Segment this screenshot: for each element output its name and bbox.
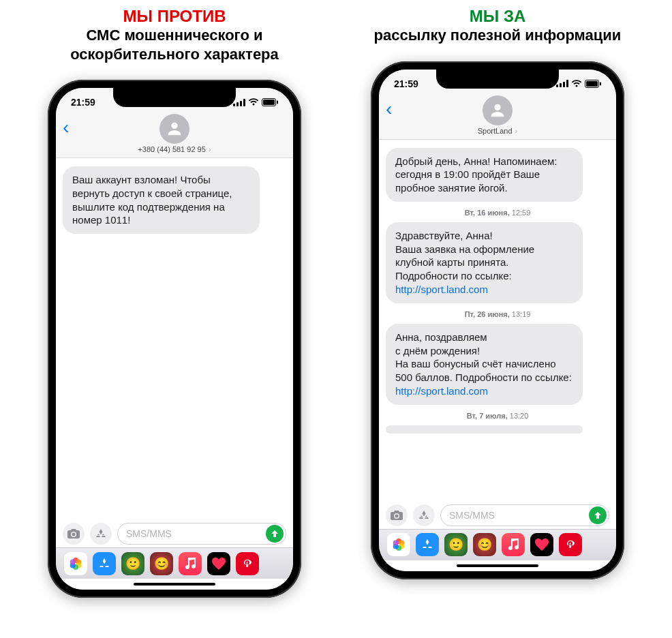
- dock: 🙂 😊: [56, 547, 293, 579]
- composer: SMS/MMS: [379, 500, 616, 529]
- app-pinterest-icon[interactable]: [236, 552, 259, 575]
- right-heading-rest: рассылку полезной информации: [374, 26, 622, 45]
- camera-button[interactable]: [386, 504, 408, 526]
- battery-icon: [585, 80, 601, 88]
- app-health-icon[interactable]: [530, 533, 553, 556]
- app-music-icon[interactable]: [179, 552, 202, 575]
- chevron-right-icon: ›: [207, 145, 211, 153]
- message-thread[interactable]: Ваш аккаунт взломан! Чтобы вернуть досту…: [56, 158, 293, 519]
- wifi-icon: [571, 80, 582, 88]
- camera-button[interactable]: [63, 523, 85, 545]
- status-time: 21:59: [394, 78, 418, 89]
- appstore-button[interactable]: [90, 523, 112, 545]
- svg-rect-12: [600, 82, 601, 85]
- contact-block[interactable]: SportLand ›: [478, 95, 518, 135]
- battery-icon: [262, 98, 278, 106]
- message-thread[interactable]: Добрый день, Анна! Напоминаем: сегодня в…: [379, 140, 616, 500]
- send-button[interactable]: [589, 506, 607, 524]
- sender-label: SportLand ›: [478, 127, 518, 135]
- right-heading-line1: МЫ ЗА: [374, 7, 622, 26]
- incoming-message[interactable]: Здравствуйте, Анна! Ваша заявка на оформ…: [386, 222, 583, 303]
- app-memoji2-icon[interactable]: 😊: [150, 552, 173, 575]
- phone-right: 21:59 ‹ Spo: [371, 61, 624, 579]
- sender-text: SportLand: [478, 127, 513, 135]
- app-store-icon[interactable]: [93, 552, 116, 575]
- svg-rect-1: [263, 100, 275, 105]
- status-right: [233, 98, 278, 106]
- home-indicator[interactable]: [56, 579, 293, 590]
- message-link[interactable]: http://sport.land.com: [395, 284, 488, 295]
- left-heading-line1: МЫ ПРОТИВ: [31, 7, 318, 26]
- messages-header: ‹ SportLand ›: [379, 94, 616, 140]
- app-music-icon[interactable]: [502, 533, 525, 556]
- svg-point-9: [241, 558, 254, 570]
- status-time: 21:59: [71, 97, 95, 108]
- contact-block[interactable]: +380 (44) 581 92 95 ›: [138, 114, 211, 153]
- app-memoji1-icon[interactable]: 🙂: [121, 552, 144, 575]
- timestamp-time: 13:19: [512, 310, 531, 318]
- timestamp-day: Пт, 26 июня,: [465, 310, 510, 318]
- app-memoji1-icon[interactable]: 🙂: [444, 533, 468, 556]
- left-heading-rest: СМС мошеннического и оскорбительного хар…: [31, 26, 318, 63]
- back-button[interactable]: ‹: [63, 118, 69, 137]
- right-heading: МЫ ЗА рассылку полезной информации: [374, 7, 622, 45]
- chevron-right-icon: ›: [513, 127, 518, 135]
- message-text: Анна, поздравляем с днём рождения! На ва…: [395, 331, 572, 383]
- message-text: Здравствуйте, Анна! Ваша заявка на оформ…: [395, 230, 534, 282]
- avatar-icon: [483, 95, 513, 125]
- signal-icon: [556, 80, 568, 87]
- svg-rect-2: [277, 101, 278, 104]
- send-button[interactable]: [266, 525, 284, 543]
- message-input[interactable]: SMS/MMS: [440, 504, 609, 526]
- signal-icon: [233, 99, 245, 106]
- wifi-icon: [248, 98, 259, 106]
- app-pinterest-icon[interactable]: [559, 533, 582, 556]
- notch: [436, 70, 559, 89]
- message-link[interactable]: http://sport.land.com: [395, 385, 488, 397]
- back-button[interactable]: ‹: [386, 100, 392, 119]
- status-right: [556, 80, 601, 88]
- messages-header: ‹ +380 (44) 581 92 95 ›: [56, 112, 293, 158]
- screen-left: 21:59 ‹ +38: [56, 88, 293, 590]
- incoming-message[interactable]: Ваш аккаунт взломан! Чтобы вернуть досту…: [63, 166, 260, 234]
- timestamp: Вт, 16 июня, 12:59: [386, 209, 609, 217]
- incoming-message[interactable]: Анна, поздравляем с днём рождения! На ва…: [386, 324, 583, 405]
- timestamp-day: Вт, 7 июля,: [467, 412, 508, 420]
- message-placeholder: SMS/MMS: [126, 528, 172, 539]
- incoming-message-peek[interactable]: [386, 425, 583, 434]
- sender-label: +380 (44) 581 92 95 ›: [138, 145, 211, 153]
- timestamp-day: Вт, 16 июня,: [465, 209, 510, 217]
- sender-text: +380 (44) 581 92 95: [138, 145, 205, 153]
- message-placeholder: SMS/MMS: [449, 510, 495, 521]
- app-store-icon[interactable]: [416, 533, 439, 556]
- app-memoji2-icon[interactable]: 😊: [473, 533, 496, 556]
- right-column: МЫ ЗА рассылку полезной информации 21:59: [354, 7, 641, 638]
- timestamp-time: 12:59: [512, 209, 531, 217]
- incoming-message[interactable]: Добрый день, Анна! Напоминаем: сегодня в…: [386, 148, 583, 202]
- app-photos-icon[interactable]: [64, 552, 87, 575]
- appstore-button[interactable]: [413, 504, 435, 526]
- timestamp-time: 13:20: [510, 412, 529, 420]
- screen-right: 21:59 ‹ Spo: [379, 70, 616, 571]
- composer: SMS/MMS: [56, 519, 293, 547]
- svg-rect-11: [586, 81, 598, 87]
- message-input[interactable]: SMS/MMS: [117, 523, 286, 545]
- notch: [113, 88, 236, 107]
- app-photos-icon[interactable]: [387, 533, 410, 556]
- phone-left: 21:59 ‹ +38: [48, 80, 301, 598]
- svg-point-18: [393, 541, 399, 546]
- left-heading: МЫ ПРОТИВ СМС мошеннического и оскорбите…: [31, 7, 318, 63]
- home-indicator[interactable]: [379, 560, 616, 571]
- timestamp: Пт, 26 июня, 13:19: [386, 310, 609, 318]
- timestamp: Вт, 7 июля, 13:20: [386, 412, 609, 420]
- left-column: МЫ ПРОТИВ СМС мошеннического и оскорбите…: [31, 7, 318, 638]
- app-health-icon[interactable]: [207, 552, 230, 575]
- svg-point-19: [564, 538, 577, 551]
- svg-point-8: [70, 559, 76, 564]
- avatar-icon: [159, 114, 189, 144]
- dock: 🙂 😊: [379, 529, 616, 560]
